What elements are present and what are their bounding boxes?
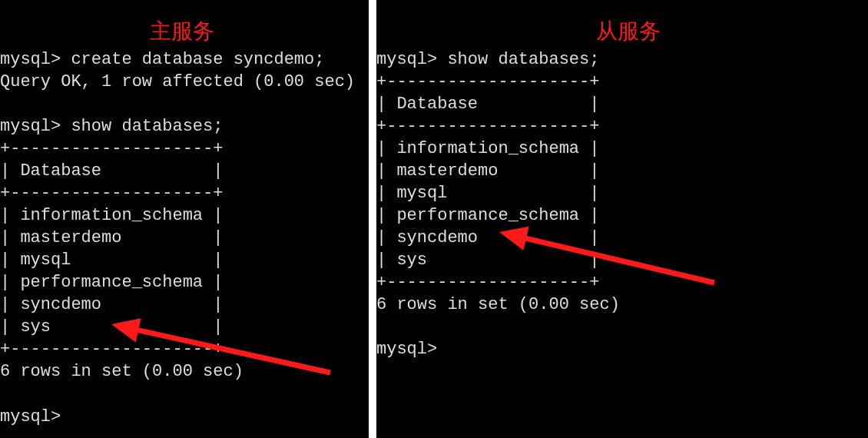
master-service-label: 主服务 <box>150 17 214 46</box>
terminal-line: | masterdemo | <box>0 227 369 249</box>
terminal-line <box>0 93 369 115</box>
terminal-line <box>376 316 868 338</box>
terminal-line: mysql> create database syncdemo; <box>0 48 369 71</box>
terminal-line: +--------------------+ <box>376 271 868 294</box>
terminal-line <box>0 383 369 406</box>
terminal-line: | Database | <box>0 160 369 182</box>
terminal-line: | performance_schema | <box>376 204 868 227</box>
terminal-line: | syncdemo | <box>376 227 868 249</box>
terminal-line: 6 rows in set (0.00 sec) <box>376 294 868 316</box>
terminal-line: | information_schema | <box>0 204 369 227</box>
terminal-line: | Database | <box>376 93 868 115</box>
terminal-line: | performance_schema | <box>0 271 369 294</box>
terminal-line: +--------------------+ <box>0 182 369 204</box>
terminal-line: +--------------------+ <box>376 71 868 93</box>
terminal-line: mysql> <box>0 406 369 428</box>
terminal-line: | mysql | <box>0 249 369 271</box>
terminal-line: mysql> show databases; <box>376 48 868 71</box>
master-terminal[interactable]: mysql> create database syncdemo;Query OK… <box>0 0 369 438</box>
terminal-line: mysql> show databases; <box>0 115 369 138</box>
slave-terminal[interactable]: mysql> show databases;+-----------------… <box>376 0 868 438</box>
terminal-line: +--------------------+ <box>0 338 369 360</box>
slave-service-label: 从服务 <box>596 17 661 46</box>
terminal-line: 6 rows in set (0.00 sec) <box>0 360 369 383</box>
terminal-line: | sys | <box>376 249 868 271</box>
terminal-line: +--------------------+ <box>0 138 369 160</box>
terminal-line: | sys | <box>0 316 369 338</box>
terminal-line: Query OK, 1 row affected (0.00 sec) <box>0 71 369 93</box>
terminal-line: | syncdemo | <box>0 294 369 316</box>
terminal-line: +--------------------+ <box>376 115 868 138</box>
terminal-line: | information_schema | <box>376 138 868 160</box>
terminal-line: mysql> <box>376 338 868 360</box>
terminal-line: | mysql | <box>376 182 868 204</box>
terminal-line: | masterdemo | <box>376 160 868 182</box>
